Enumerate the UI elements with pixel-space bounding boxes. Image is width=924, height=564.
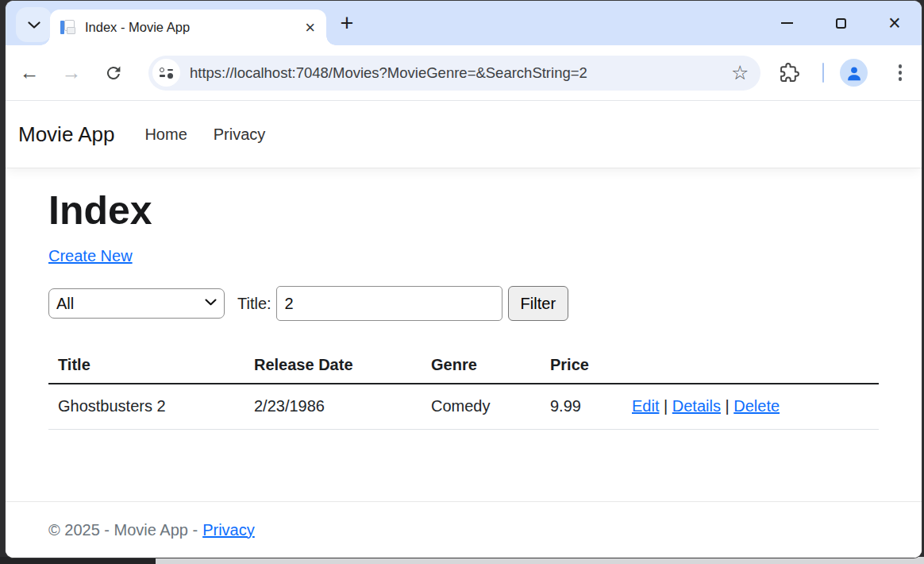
main-content: Index Create New All Title: Filter Title (6, 168, 922, 430)
window-maximize-button[interactable] (814, 1, 868, 45)
tab-title: Index - Movie App (85, 20, 305, 35)
window-controls: × (760, 1, 922, 45)
page-favicon-icon (60, 20, 76, 35)
table-row: Ghostbusters 2 2/23/1986 Comedy 9.99 Edi… (48, 384, 879, 430)
navbar-brand[interactable]: Movie App (18, 122, 114, 147)
back-button[interactable]: ← (15, 59, 44, 87)
extensions-button[interactable] (776, 60, 803, 87)
maximize-icon (836, 18, 846, 29)
new-tab-button[interactable]: + (333, 1, 361, 45)
window-minimize-button[interactable] (760, 1, 814, 45)
nav-link-home[interactable]: Home (144, 126, 187, 144)
reload-button[interactable] (99, 59, 128, 87)
genre-select-wrap: All (48, 288, 225, 319)
site-footer: © 2025 - Movie App - Privacy (6, 501, 922, 558)
movies-table: Title Release Date Genre Price Ghostbust… (48, 350, 879, 430)
close-icon: × (888, 13, 901, 34)
filter-form: All Title: Filter (48, 286, 879, 321)
site-settings-icon (160, 68, 173, 79)
cell-price: 9.99 (541, 384, 622, 430)
site-settings-button[interactable] (152, 59, 180, 87)
create-new-link[interactable]: Create New (48, 247, 133, 265)
tab-strip: Index - Movie App × + × (6, 1, 922, 45)
cell-actions: Edit | Details | Delete (622, 384, 879, 430)
details-link[interactable]: Details (672, 397, 721, 415)
browser-menu-button[interactable] (888, 59, 912, 87)
url-text[interactable]: https://localhost:7048/Movies?MovieGenre… (190, 64, 725, 82)
address-bar[interactable]: https://localhost:7048/Movies?MovieGenre… (148, 56, 760, 91)
filter-button[interactable]: Filter (508, 286, 568, 321)
browser-window: Index - Movie App × + × ← → https://loca… (5, 0, 922, 558)
action-separator: | (664, 397, 668, 415)
cell-genre: Comedy (422, 384, 541, 430)
web-page: Movie App Home Privacy Index Create New … (6, 101, 922, 558)
browser-tab[interactable]: Index - Movie App × (50, 10, 326, 45)
forward-button[interactable]: → (57, 59, 86, 87)
footer-copyright: © 2025 - Movie App - (48, 521, 198, 539)
nav-link-privacy[interactable]: Privacy (214, 126, 266, 144)
title-search-label: Title: (237, 295, 271, 313)
bookmark-star-icon[interactable]: ☆ (731, 63, 749, 83)
header-actions (622, 350, 879, 384)
genre-select[interactable]: All (48, 288, 225, 319)
reload-icon (104, 64, 123, 83)
header-genre: Genre (422, 350, 541, 384)
toolbar-divider (822, 63, 825, 83)
delete-link[interactable]: Delete (733, 397, 780, 415)
cell-title: Ghostbusters 2 (48, 384, 244, 430)
chevron-down-icon (28, 21, 40, 29)
site-navbar: Movie App Home Privacy (6, 101, 922, 168)
window-close-button[interactable]: × (868, 1, 922, 45)
header-release-date: Release Date (244, 350, 422, 384)
person-icon (845, 64, 863, 82)
footer-privacy-link[interactable]: Privacy (202, 521, 255, 539)
minimize-icon (781, 22, 793, 24)
cell-release-date: 2/23/1986 (244, 384, 422, 430)
profile-avatar[interactable] (840, 59, 868, 87)
page-title: Index (48, 189, 879, 233)
edit-link[interactable]: Edit (632, 397, 659, 415)
header-title: Title (48, 350, 244, 384)
tab-close-icon[interactable]: × (305, 19, 315, 37)
title-search-input[interactable] (276, 286, 502, 321)
action-separator: | (726, 397, 730, 415)
header-price: Price (541, 350, 622, 384)
puzzle-icon (780, 63, 799, 83)
table-header-row: Title Release Date Genre Price (48, 350, 879, 384)
browser-toolbar: ← → https://localhost:7048/Movies?MovieG… (6, 45, 922, 101)
